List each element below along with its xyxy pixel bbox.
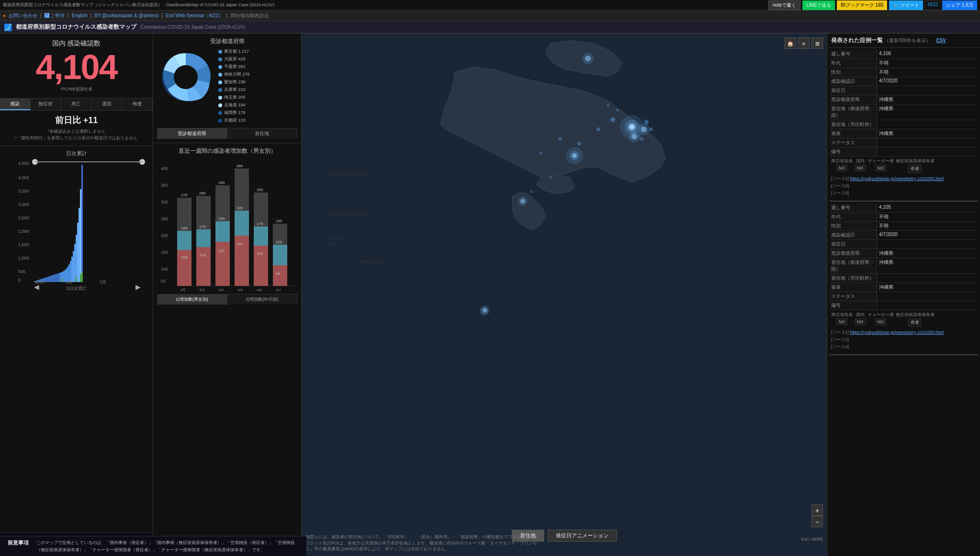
svg-text:137: 137 — [218, 249, 225, 253]
svg-text:295: 295 — [257, 188, 263, 192]
case-card-1: 通し番号 4,106 年代 不明 性別 不明 感染確認日 4/7/2020 発症… — [829, 48, 978, 202]
svg-text:0: 0 — [18, 278, 21, 283]
esri-credit: Esri, HERE — [801, 537, 823, 542]
daycomp-number: 前日比 +11 — [8, 114, 145, 126]
svg-text:4/4: 4/4 — [218, 288, 224, 292]
daily-chart-svg: 4,500 4,000 3,500 3,000 2,500 2,000 1,50… — [4, 159, 149, 284]
svg-text:335: 335 — [218, 181, 225, 185]
bi-button[interactable]: BIブックマーク 165 — [837, 0, 887, 10]
case-sources: [ソース1] https://ryukyushimpo.jp/news/entr… — [829, 174, 978, 199]
tab-asymptomatic[interactable]: 無症状 — [31, 99, 61, 110]
legend-dot — [218, 88, 222, 92]
english-link[interactable]: English — [72, 13, 88, 18]
svg-text:100: 100 — [161, 267, 168, 272]
svg-text:NORTH KOREA: NORTH KOREA — [330, 172, 369, 178]
author-link[interactable]: BY:@oohamazaki & @aimerci — [94, 13, 158, 18]
map-area[interactable]: NORTH KOREA SOUTH KOREA Yellow Sea — [302, 34, 827, 556]
pie-tab-consulting[interactable]: 受診都道府県 — [157, 128, 227, 139]
svg-text:250: 250 — [161, 216, 168, 221]
case-row: 発症日 — [829, 240, 978, 249]
csv-download-link[interactable]: CSV — [936, 38, 946, 43]
svg-text:350: 350 — [161, 183, 168, 188]
case-row: 感染確認日 4/7/2020 — [829, 231, 978, 240]
legend-dot — [218, 111, 222, 115]
svg-text:380: 380 — [237, 164, 243, 168]
svg-rect-57 — [81, 272, 83, 282]
infection-box: 国内 感染確認数 4,104 *PCR検査陽性者 — [0, 34, 153, 99]
legend-dot — [218, 119, 222, 123]
case-sources-2: [ソース1] https://ryukyushimpo.jp/news/entr… — [829, 328, 978, 352]
svg-text:50: 50 — [161, 279, 166, 284]
map-btn-animation[interactable]: 発症日アニメーション — [548, 530, 617, 542]
pie-tab-bar: 受診都道府県 居住地 — [157, 128, 297, 139]
map-caption: 地図上には、感染者の居住地について、「市区町村」・「（総合）圏外局」・「都道府県… — [305, 534, 545, 552]
svg-text:Korea: Korea — [330, 235, 343, 240]
tab-discharge[interactable]: 退院 — [91, 99, 122, 110]
svg-text:2,000: 2,000 — [18, 229, 29, 234]
legend-dot — [218, 80, 222, 84]
svg-point-152 — [577, 142, 581, 146]
svg-rect-39 — [63, 271, 64, 282]
svg-rect-32 — [53, 275, 54, 282]
tab-infection[interactable]: 感染 — [0, 99, 31, 110]
share-button[interactable]: シェア 1.6万 — [942, 0, 977, 10]
pie-tab-residence[interactable]: 居住地 — [227, 128, 298, 139]
svg-point-145 — [641, 126, 647, 132]
tweet-count: 4932 — [925, 0, 940, 10]
seminar-link[interactable]: Esri Web Seminar（4/22） — [166, 12, 223, 19]
note-button[interactable]: noteで書く — [768, 0, 800, 10]
chart-title: 日次累計 — [4, 150, 149, 157]
svg-text:126: 126 — [276, 240, 282, 244]
svg-text:288: 288 — [199, 191, 206, 195]
topbar2: ● お問い合わせ | 🅿 ご寄付 | English | BY:@oohamaz… — [0, 11, 980, 21]
legend-hyogo: 兵庫県 210 — [218, 87, 297, 93]
svg-point-154 — [540, 152, 542, 155]
infection-tab-bar: 感染 無症状 死亡 退院 検査 — [0, 99, 153, 111]
svg-point-150 — [610, 117, 615, 122]
donation-link[interactable]: 🅿 ご寄付 — [45, 12, 65, 19]
svg-text:2月: 2月 — [66, 280, 73, 284]
line-button[interactable]: LINEで送る — [802, 0, 835, 10]
contact-link[interactable]: お問い合わせ — [9, 12, 37, 19]
tab-death[interactable]: 死亡 — [61, 99, 92, 110]
infection-note: *PCR検査陽性者 — [8, 86, 145, 92]
tab-test[interactable]: 検査 — [122, 99, 153, 110]
map-view-buttons: 🏠 ≡ ⊞ — [785, 37, 823, 49]
zoom-out-button[interactable]: − — [811, 516, 823, 527]
svg-rect-55 — [76, 276, 77, 282]
svg-text:200: 200 — [161, 233, 168, 238]
zoom-in-button[interactable]: + — [811, 504, 823, 516]
notes-title: 留意事項 — [8, 539, 29, 553]
svg-text:1,500: 1,500 — [18, 242, 29, 247]
svg-text:275: 275 — [181, 193, 188, 197]
case-row: 通し番号 4,106 — [829, 50, 978, 59]
tweet-button[interactable]: 🐦 ツイート — [889, 0, 923, 10]
case-row: 通し番号 4,105 — [829, 204, 978, 213]
map-grid-button[interactable]: ⊞ — [811, 37, 823, 49]
svg-text:1,000: 1,000 — [18, 256, 29, 261]
map-list-button[interactable]: ≡ — [798, 37, 810, 49]
case-row: 居住地（都道府県・国） 沖縄県 — [829, 104, 978, 120]
svg-point-149 — [520, 199, 525, 204]
svg-point-151 — [597, 127, 600, 131]
legend-dot — [218, 73, 222, 77]
svg-rect-28 — [47, 277, 48, 282]
day-comparison: 前日比 +11 *各確認込みとは連動しません *「陽性判明日」を参照しており公表… — [0, 111, 153, 146]
map-zoom-controls: + − — [811, 504, 823, 527]
case-row: 受診都道府県 沖縄県 — [829, 249, 978, 258]
case-card-2: 通し番号 4,105 年代 不明 性別 不明 感染確認日 4/7/2020 発症… — [829, 202, 978, 355]
svg-rect-56 — [80, 274, 81, 282]
svg-text:179: 179 — [257, 222, 263, 226]
svg-rect-52 — [81, 165, 83, 282]
japan-map-svg: NORTH KOREA SOUTH KOREA Yellow Sea — [302, 34, 827, 556]
legend-dot — [218, 65, 222, 69]
page-subtitle: Coronavirus COVID-19 Japan Case (2019-nC… — [140, 24, 245, 30]
map-home-button[interactable]: 🏠 — [785, 37, 796, 49]
bar-section: 直近一週間の感染者増加数（男女別） 400 350 300 250 200 15… — [153, 143, 301, 556]
svg-text:300: 300 — [161, 200, 168, 204]
case-row: ステータス — [829, 292, 978, 301]
svg-point-160 — [530, 190, 533, 193]
topbar2-icon: ● — [3, 13, 6, 18]
legend-aichi: 愛知県 238 — [218, 79, 297, 85]
case-row: 年代 不明 — [829, 213, 978, 222]
